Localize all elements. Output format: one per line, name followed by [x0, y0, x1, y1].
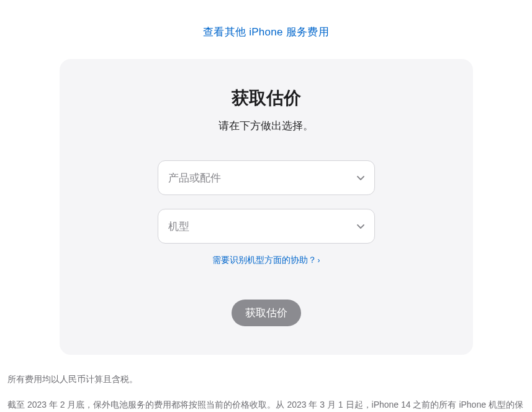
footnote-text: 截至 2023 年 2 月底，保外电池服务的费用都将按照当前的价格收取。从 20… — [7, 400, 523, 412]
get-estimate-button[interactable]: 获取估价 — [232, 300, 301, 326]
estimate-title: 获取估价 — [84, 86, 448, 110]
see-other-iphone-fees-link[interactable]: 查看其他 iPhone 服务费用 — [203, 26, 329, 38]
identify-model-help-link[interactable]: 需要识别机型方面的协助？› — [212, 255, 320, 265]
footnote-price-change: 截至 2023 年 2 月底，保外电池服务的费用都将按照当前的价格收取。从 20… — [7, 396, 525, 412]
product-select[interactable]: 产品或配件 — [158, 160, 375, 195]
estimate-subtitle: 请在下方做出选择。 — [84, 119, 448, 133]
model-select[interactable]: 机型 — [158, 209, 375, 244]
product-select-wrap: 产品或配件 — [158, 160, 375, 195]
footnotes: 所有费用均以人民币计算且含税。 截至 2023 年 2 月底，保外电池服务的费用… — [6, 371, 526, 412]
help-link-container: 需要识别机型方面的协助？› — [84, 255, 448, 266]
chevron-right-icon: › — [318, 256, 320, 265]
estimate-card: 获取估价 请在下方做出选择。 产品或配件 机型 需要识别机型方面的协助？› 获取… — [60, 59, 473, 355]
top-link-container: 查看其他 iPhone 服务费用 — [6, 25, 526, 39]
footnote-currency: 所有费用均以人民币计算且含税。 — [7, 371, 525, 388]
model-select-wrap: 机型 — [158, 209, 375, 244]
